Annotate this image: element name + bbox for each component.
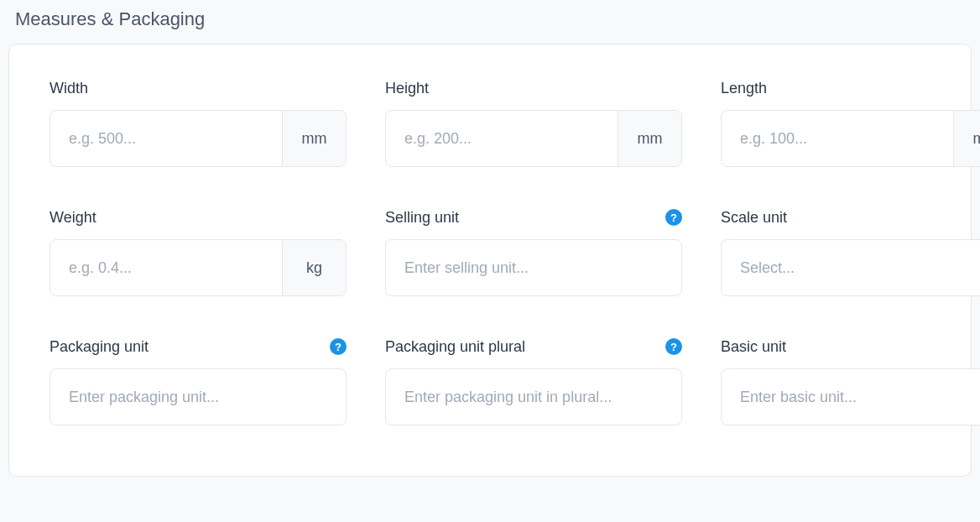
height-input-group: mm	[385, 110, 682, 167]
weight-input[interactable]	[50, 240, 282, 295]
field-packaging-unit: Packaging unit ?	[50, 337, 347, 425]
packaging-unit-plural-input[interactable]	[385, 368, 682, 425]
width-label: Width	[50, 80, 88, 97]
scale-unit-label: Scale unit	[721, 209, 787, 227]
help-icon[interactable]: ?	[665, 338, 682, 355]
label-row: Basic unit ?	[721, 337, 980, 357]
scale-unit-select[interactable]: Select...	[721, 239, 980, 296]
field-weight: Weight kg	[50, 207, 347, 296]
weight-input-group: kg	[50, 239, 347, 296]
length-input[interactable]	[722, 111, 953, 166]
section-title: Measures & Packaging	[15, 8, 972, 30]
length-label: Length	[721, 80, 767, 97]
width-suffix: mm	[282, 111, 346, 166]
height-input[interactable]	[386, 111, 618, 166]
width-input-group: mm	[50, 110, 347, 167]
measures-card: Width mm Height mm Length mm	[8, 44, 972, 477]
label-row: Weight	[50, 207, 347, 227]
label-row: Selling unit ?	[385, 207, 682, 227]
length-suffix: mm	[953, 111, 980, 166]
scale-unit-placeholder: Select...	[740, 259, 980, 277]
label-row: Length	[721, 78, 980, 98]
selling-unit-input[interactable]	[385, 239, 682, 296]
field-basic-unit: Basic unit ?	[721, 337, 980, 425]
field-selling-unit: Selling unit ?	[385, 207, 682, 296]
height-label: Height	[385, 80, 429, 97]
field-packaging-unit-plural: Packaging unit plural ?	[385, 337, 682, 425]
label-row: Width	[50, 78, 347, 98]
selling-unit-label: Selling unit	[385, 209, 459, 227]
width-input[interactable]	[50, 111, 282, 166]
weight-label: Weight	[50, 209, 96, 227]
help-icon[interactable]: ?	[330, 338, 347, 355]
field-scale-unit: Scale unit Select...	[721, 207, 980, 296]
length-input-group: mm	[721, 110, 980, 167]
help-icon[interactable]: ?	[665, 209, 682, 226]
height-suffix: mm	[618, 111, 681, 166]
field-width: Width mm	[50, 78, 347, 167]
label-row: Packaging unit ?	[50, 337, 347, 357]
basic-unit-input[interactable]	[721, 368, 980, 425]
label-row: Packaging unit plural ?	[385, 337, 682, 357]
weight-suffix: kg	[282, 240, 346, 295]
label-row: Height	[385, 78, 682, 98]
packaging-unit-plural-label: Packaging unit plural	[385, 338, 525, 356]
label-row: Scale unit	[721, 207, 980, 227]
basic-unit-label: Basic unit	[721, 338, 786, 356]
field-length: Length mm	[721, 78, 980, 167]
packaging-unit-input[interactable]	[50, 368, 347, 425]
packaging-unit-label: Packaging unit	[50, 338, 149, 356]
field-height: Height mm	[385, 78, 682, 167]
form-grid: Width mm Height mm Length mm	[50, 78, 930, 425]
